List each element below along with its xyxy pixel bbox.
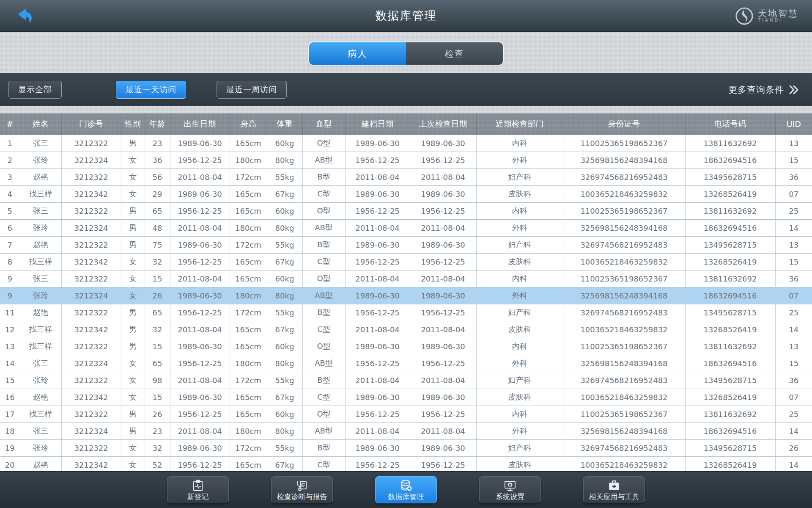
- table-cell: 25: [775, 202, 812, 219]
- table-cell: 13: [0, 338, 20, 355]
- table-cell: 12: [0, 321, 20, 338]
- nav-button-3[interactable]: 系统设置: [479, 476, 541, 503]
- table-row[interactable]: 15张玲3212322女982011-08-04172cm55kgB型2011-…: [0, 372, 812, 389]
- nav-label: 数据库管理: [388, 493, 424, 500]
- table-cell: 1989-06-30: [170, 389, 230, 406]
- table-cell: 外科: [476, 355, 563, 372]
- table-cell: 165cm: [230, 406, 267, 422]
- table-row[interactable]: 5张三3212322男651956-12-25165cm60kgO型1956-1…: [0, 202, 812, 219]
- table-cell: 1989-06-30: [410, 287, 476, 304]
- patient-table: #姓名门诊号性别年龄出生日期身高体重血型建档日期上次检查日期近期检查部门身份证号…: [0, 113, 812, 474]
- table-cell: 找三样: [20, 321, 61, 338]
- table-row[interactable]: 19张玲3212322女321989-06-30172cm55kgB型1989-…: [0, 439, 812, 456]
- table-cell: 13495628715: [685, 439, 775, 456]
- table-cell: 25: [775, 406, 812, 422]
- table-cell: 165cm: [230, 185, 267, 202]
- table-cell: 100365218463259832: [563, 253, 685, 270]
- table-cell: 26: [145, 287, 170, 304]
- table-row[interactable]: 9张玲3212324女261989-06-30180cm80kgAB型1989-…: [0, 287, 812, 304]
- table-row[interactable]: 8找三样3212342女321956-12-25165cm67kgC型1956-…: [0, 253, 812, 270]
- table-cell: 2011-08-04: [170, 270, 230, 287]
- table-row[interactable]: 14张三3212324女651956-12-25180cm80kgAB型1956…: [0, 355, 812, 372]
- table-row[interactable]: 18张三3212324男232011-08-04180cm80kgAB型2011…: [0, 422, 812, 439]
- table-cell: 2011-08-04: [410, 372, 476, 389]
- more-query-conditions-link[interactable]: 更多查询条件: [728, 73, 799, 106]
- table-cell: 男: [121, 406, 145, 422]
- table-row[interactable]: 11赵艳3212322男651956-12-25172cm55kgB型1956-…: [0, 304, 812, 321]
- table-row[interactable]: 12找三样3212342男322011-08-04165cm67kgC型2011…: [0, 321, 812, 338]
- table-cell: C型: [302, 389, 345, 406]
- table-cell: 55kg: [267, 439, 302, 456]
- table-cell: 67kg: [267, 253, 302, 270]
- table-cell: 18632694516: [685, 422, 775, 439]
- table-cell: 3212322: [61, 439, 121, 456]
- table-cell: 2011-08-04: [345, 219, 410, 236]
- table-cell: 326974568216952483: [563, 372, 685, 389]
- table-cell: 男: [121, 321, 145, 338]
- table-cell: 外科: [476, 219, 563, 236]
- table-cell: O型: [302, 406, 345, 422]
- table-cell: 2011-08-04: [170, 422, 230, 439]
- table-cell: 172cm: [230, 439, 267, 456]
- tab-patients[interactable]: 病人: [309, 42, 406, 65]
- table-cell: 13495628715: [685, 236, 775, 253]
- table-row[interactable]: 13找三样3212322男151989-06-30165cm60kgO型1989…: [0, 338, 812, 355]
- table-cell: 60kg: [267, 202, 302, 219]
- table-cell: 妇产科: [476, 168, 563, 185]
- table-cell: 13268526419: [685, 185, 775, 202]
- table-row[interactable]: 17找三样3212322男261956-12-25165cm60kgO型1956…: [0, 406, 812, 422]
- nav-button-4[interactable]: 相关应用与工具: [583, 476, 645, 503]
- table-cell: 13811632692: [685, 406, 775, 422]
- filter-buttons: 显示全部最近一天访问最近一周访问: [0, 81, 287, 99]
- table-cell: 13811632692: [685, 202, 775, 219]
- nav-label: 相关应用与工具: [589, 493, 639, 500]
- table-row[interactable]: 3赵艳3212322女562011-08-04172cm55kgB型2011-0…: [0, 168, 812, 185]
- table-cell: O型: [302, 135, 345, 152]
- table-cell: 16: [0, 389, 20, 406]
- table-cell: 张玲: [20, 152, 61, 168]
- filter-button-2[interactable]: 最近一周访问: [217, 81, 287, 99]
- table-cell: 皮肤科: [476, 321, 563, 338]
- table-cell: 男: [121, 338, 145, 355]
- table-cell: 15: [775, 253, 812, 270]
- table-cell: C型: [302, 253, 345, 270]
- table-cell: 07: [775, 389, 812, 406]
- nav-button-2[interactable]: 数据库管理: [375, 476, 437, 503]
- nav-button-1[interactable]: 检查诊断与报告: [271, 476, 333, 503]
- table-row[interactable]: 6张玲3212324男482011-08-04180cm80kgAB型2011-…: [0, 219, 812, 236]
- table-cell: 1956-12-25: [345, 253, 410, 270]
- table-row[interactable]: 4找三样3212342女291989-06-30165cm67kgC型1989-…: [0, 185, 812, 202]
- table-cell: 女: [121, 270, 145, 287]
- table-cell: 36: [145, 152, 170, 168]
- filter-button-0[interactable]: 显示全部: [8, 81, 62, 99]
- table-cell: 98: [145, 372, 170, 389]
- table-row[interactable]: 9张三3212322女152011-08-04165cm60kgO型2011-0…: [0, 270, 812, 287]
- table-cell: AB型: [302, 422, 345, 439]
- table-cell: 3212322: [61, 202, 121, 219]
- table-cell: 5: [0, 202, 20, 219]
- table-cell: 23: [145, 422, 170, 439]
- table-cell: 张三: [20, 135, 61, 152]
- table-row[interactable]: 1张三3212322男231989-06-30165cm60kgO型1989-0…: [0, 135, 812, 152]
- table-row[interactable]: 2张玲3212324女361956-12-25180cm80kgAB型1956-…: [0, 152, 812, 168]
- table-cell: 2011-08-04: [345, 270, 410, 287]
- table-cell: 3212342: [61, 321, 121, 338]
- table-cell: 6: [0, 219, 20, 236]
- table-cell: 14: [0, 355, 20, 372]
- table-row[interactable]: 16赵艳3212342女151989-06-30165cm67kgC型1989-…: [0, 389, 812, 406]
- column-header: 近期检查部门: [476, 113, 563, 135]
- column-header: 建档日期: [345, 113, 410, 135]
- nav-button-0[interactable]: 新登记: [167, 476, 229, 503]
- tab-exams[interactable]: 检查: [406, 42, 503, 65]
- table-cell: 60kg: [267, 338, 302, 355]
- table-cell: 内科: [476, 406, 563, 422]
- table-cell: 1989-06-30: [170, 338, 230, 355]
- table-cell: 2011-08-04: [410, 422, 476, 439]
- table-cell: 2011-08-04: [410, 168, 476, 185]
- table-row[interactable]: 7赵艳3212322男751989-06-30172cm55kgB型1989-0…: [0, 236, 812, 253]
- table-cell: 13: [775, 338, 812, 355]
- filter-button-1[interactable]: 最近一天访问: [116, 81, 186, 99]
- table-cell: 1956-12-25: [170, 152, 230, 168]
- table-cell: 1956-12-25: [410, 253, 476, 270]
- table-cell: O型: [302, 338, 345, 355]
